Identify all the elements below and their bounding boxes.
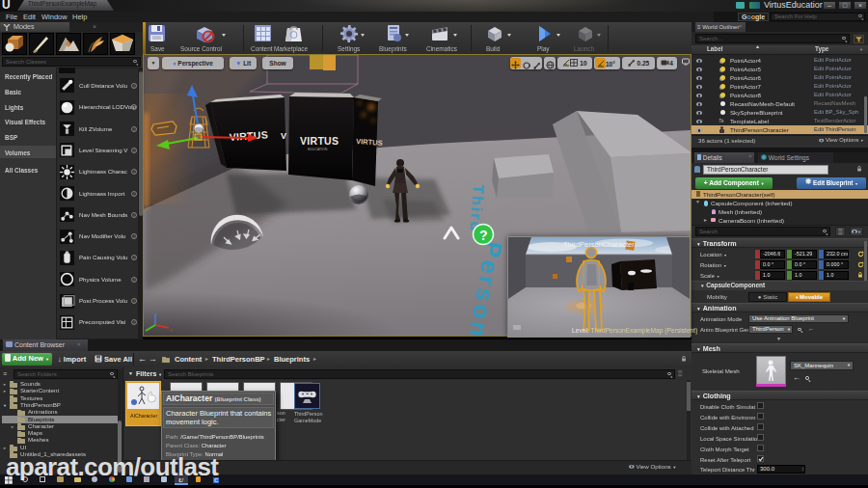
svg-text:VIRTUS: VIRTUS <box>300 135 339 147</box>
svg-text:V: V <box>281 131 286 141</box>
svg-text:VIRTUS: VIRTUS <box>356 137 383 148</box>
svg-text:ThirdPersonCharacter: ThirdPersonCharacter <box>563 240 635 249</box>
svg-text:EDUCATION: EDUCATION <box>308 148 328 151</box>
svg-text:?: ? <box>479 228 488 243</box>
